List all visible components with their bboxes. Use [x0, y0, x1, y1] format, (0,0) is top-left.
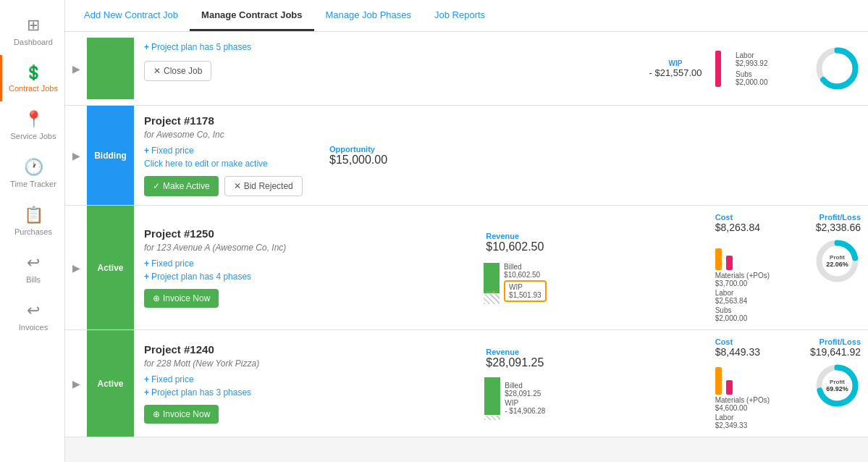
- sidebar: ⊞ Dashboard 💲 Contract Jobs 📍 Service Jo…: [0, 0, 65, 462]
- content-area: ▶ + Project plan has 5 phases ✕ Close Jo…: [65, 32, 868, 462]
- sidebar-item-dashboard[interactable]: ⊞ Dashboard: [0, 7, 64, 55]
- revenue-col-1250: Revenue $10,602.50: [486, 232, 544, 253]
- time-tracker-icon: 🕐: [24, 158, 43, 177]
- service-jobs-icon: 📍: [24, 110, 43, 129]
- wip-bar-1240: [484, 416, 500, 420]
- sidebar-item-time-tracker[interactable]: 🕐 Time Tracker: [0, 149, 64, 197]
- tab-manage[interactable]: Manage Contract Jobs: [190, 1, 313, 31]
- sidebar-label-purchases: Purchases: [14, 227, 52, 236]
- job-info-1240: Project #1240 for 228 Mott (New York Piz…: [134, 330, 322, 437]
- job-phases-link-1240[interactable]: + Project plan has 3 phases: [144, 387, 312, 398]
- expand-button-1250[interactable]: ▶: [65, 206, 87, 329]
- job-row-1178: ▶ Bidding Project #1178 for Awesome Co, …: [65, 106, 868, 206]
- job-title-1240: Project #1240: [144, 343, 312, 356]
- dashboard-icon: ⊞: [27, 16, 40, 35]
- sidebar-label-invoices: Invoices: [19, 323, 48, 332]
- tab-add-new[interactable]: Add New Contract Job: [72, 1, 190, 31]
- status-badge-1178: Bidding: [87, 106, 134, 205]
- status-badge-1240: Active: [87, 330, 134, 437]
- plus-circle-icon: ⊕: [153, 293, 160, 303]
- sidebar-label-contract-jobs: Contract Jobs: [9, 84, 58, 93]
- materials-bar-1240: [715, 367, 722, 395]
- make-active-button[interactable]: ✓ Make Active: [144, 176, 219, 196]
- cost-section-1250: Cost $8,263.84 Materials (+POs) $3,700.0…: [715, 213, 770, 322]
- status-badge-partial: [87, 38, 134, 99]
- partial-wip: WIP - $21,557.00: [643, 59, 708, 78]
- sidebar-item-service-jobs[interactable]: 📍 Service Jobs: [0, 101, 64, 149]
- partial-financial: WIP - $21,557.00: [322, 38, 728, 99]
- billed-bar-1240: [484, 377, 500, 415]
- profit-donut-1240: Profit 69.92%: [814, 362, 861, 409]
- opportunity-col: Opportunity $15,000.00: [329, 145, 416, 167]
- right-section-1250: Cost $8,263.84 Materials (+POs) $3,700.0…: [708, 206, 868, 329]
- materials-label-1250: Materials (+POs) $3,700.00: [715, 272, 770, 287]
- right-section-1240: Cost $8,449.33 Materials (+POs) $4,600.0…: [708, 330, 868, 437]
- billed-wip-labels-1250: Billed $10,602.50 WIP $1,501.93 →: [504, 263, 547, 302]
- sidebar-label-service-jobs: Service Jobs: [11, 132, 56, 140]
- invoice-now-button-1250[interactable]: ⊕ Invoice Now: [144, 289, 219, 308]
- sidebar-item-bills[interactable]: ↩ Bills: [0, 245, 64, 293]
- job-client-1250: for 123 Avenue A (Awesome Co, Inc): [144, 243, 312, 253]
- job-edit-link-1178[interactable]: Click here to edit or make active: [144, 159, 312, 169]
- labor-label-1240: Labor $2,349.33: [715, 413, 770, 429]
- tab-phases[interactable]: Manage Job Phases: [314, 1, 424, 31]
- invoices-icon: ↩: [27, 301, 40, 320]
- job-actions-1240: ⊕ Invoice Now: [144, 405, 312, 424]
- job-phases-link-1250[interactable]: + Project plan has 4 phases: [144, 272, 312, 282]
- partial-row: ▶ + Project plan has 5 phases ✕ Close Jo…: [65, 32, 868, 106]
- partial-right: Labor $2,993.92 Subs $2,000.00: [728, 38, 868, 99]
- expand-button-1240[interactable]: ▶: [65, 330, 87, 437]
- partial-cost-col: Labor $2,993.92 Subs $2,000.00: [736, 51, 808, 86]
- tab-bar: Add New Contract Job Manage Contract Job…: [65, 0, 868, 32]
- arrow-annotation-1250: →: [484, 282, 498, 299]
- job-row-1250: ▶ Active Project #1250 for 123 Avenue A …: [65, 206, 868, 330]
- purchases-icon: 📋: [24, 206, 43, 224]
- labor-label-1250: Labor $2,563.84: [715, 289, 770, 305]
- job-client-1240: for 228 Mott (New York Pizza): [144, 358, 312, 369]
- partial-subs: Subs $2,000.00: [736, 70, 808, 86]
- job-fixed-price-link-1178[interactable]: + Fixed price: [144, 146, 312, 156]
- profit-section-1240: Profit/Loss $19,641.92 Profit 69.92%: [781, 337, 861, 409]
- close-job-button[interactable]: ✕ Close Job: [144, 61, 211, 81]
- job-financial-1178: Opportunity $15,000.00: [322, 106, 868, 205]
- profit-section-1250: Profit/Loss $2,338.66 Profit 22.06%: [781, 213, 861, 285]
- donut-label-1240: Profit 69.92%: [826, 378, 848, 392]
- checkmark-icon: ✓: [153, 181, 160, 191]
- expand-button-partial[interactable]: ▶: [65, 38, 87, 99]
- job-row-1240: ▶ Active Project #1240 for 228 Mott (New…: [65, 330, 868, 437]
- status-badge-1250: Active: [87, 206, 134, 329]
- invoice-now-button-1240[interactable]: ⊕ Invoice Now: [144, 405, 219, 424]
- tab-reports[interactable]: Job Reports: [423, 1, 497, 31]
- partial-cost-bar-red: [715, 51, 721, 87]
- job-financial-1240: Revenue $28,091.25 Billed $28: [322, 330, 708, 437]
- partial-phases-link[interactable]: + Project plan has 5 phases: [144, 42, 312, 52]
- donut-label-1250: Profit 22.06%: [826, 253, 848, 268]
- sidebar-item-purchases[interactable]: 📋 Purchases: [0, 197, 64, 245]
- sidebar-label-time-tracker: Time Tracker: [10, 180, 56, 188]
- job-actions-1178: ✓ Make Active ✕ Bid Rejected: [144, 176, 312, 196]
- job-client-1178: for Awesome Co, Inc: [144, 130, 312, 140]
- revenue-col-1240: Revenue $28,091.25: [486, 348, 544, 369]
- sidebar-item-contract-jobs[interactable]: 💲 Contract Jobs: [0, 55, 64, 101]
- revenue-chart-1240: [484, 377, 500, 420]
- expand-button-1178[interactable]: ▶: [65, 106, 87, 205]
- cost-section-1240: Cost $8,449.33 Materials (+POs) $4,600.0…: [715, 337, 770, 429]
- job-financial-1250: Revenue $10,602.50 Billed: [322, 206, 708, 329]
- sidebar-label-bills: Bills: [26, 275, 41, 284]
- plus-circle-icon-1240: ⊕: [153, 409, 160, 419]
- sidebar-label-dashboard: Dashboard: [14, 38, 53, 46]
- profit-donut-1250: Profit 22.06%: [814, 238, 861, 285]
- close-icon: ✕: [153, 66, 161, 76]
- job-title-1178: Project #1178: [144, 114, 312, 127]
- materials-bar-1250: [715, 248, 722, 270]
- materials-label-1240: Materials (+POs) $4,600.00: [715, 396, 770, 412]
- subs-label-1250: Subs $2,000.00: [715, 306, 770, 322]
- sidebar-item-invoices[interactable]: ↩ Invoices: [0, 293, 64, 340]
- job-fixed-price-link-1250[interactable]: + Fixed price: [144, 259, 312, 269]
- contract-jobs-icon: 💲: [25, 64, 43, 81]
- job-actions-1250: ⊕ Invoice Now: [144, 289, 312, 308]
- bid-rejected-button[interactable]: ✕ Bid Rejected: [224, 176, 303, 196]
- labor-bar-1240: [726, 380, 733, 395]
- labor-bar-1250: [726, 256, 733, 270]
- job-fixed-price-link-1240[interactable]: + Fixed price: [144, 374, 312, 385]
